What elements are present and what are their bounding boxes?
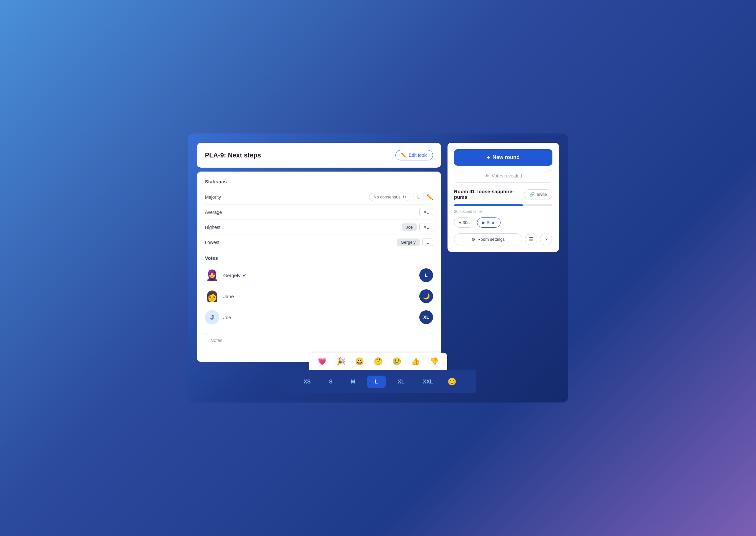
room-actions: ⚙ Room settings ☰ ›	[454, 233, 552, 245]
stat-row-average: Average XL	[205, 205, 433, 220]
right-panel: + New round 👁 Votes revealed Room ID: lo…	[448, 143, 559, 252]
plus-icon: +	[487, 154, 490, 160]
card-l[interactable]: L	[367, 376, 386, 388]
vote-row-gergely: 🧕 Gergely ✔ L	[205, 265, 433, 286]
notes-input[interactable]	[205, 333, 433, 353]
stat-row-lowest: Lowest Gergely L	[205, 235, 433, 250]
voter-name-jane: Jane	[223, 294, 234, 299]
new-round-button[interactable]: + New round	[454, 149, 552, 166]
average-label: Average	[205, 210, 222, 215]
main-panel: PLA-9: Next steps ✏️ Edit topic Statisti…	[197, 143, 441, 362]
votes-heading: Votes	[205, 255, 433, 261]
majority-vote-badge: L	[413, 193, 424, 201]
card-xxl[interactable]: XXL	[416, 376, 440, 388]
play-icon: ▶	[482, 220, 485, 225]
room-id-text: Room ID: loose-sapphire-puma	[454, 188, 524, 200]
lowest-label: Lowest	[205, 240, 219, 245]
highest-label: Highest	[205, 225, 220, 230]
emoji-card-button[interactable]: 😊	[445, 375, 459, 389]
refresh-icon: ↻	[403, 194, 406, 199]
majority-label: Majority	[205, 194, 221, 200]
chevron-right-button[interactable]: ›	[540, 233, 552, 245]
timer-bar-fill	[454, 204, 523, 206]
highest-vote-badge: XL	[419, 223, 433, 231]
voter-info-joe: J Joe	[205, 310, 231, 324]
lowest-vote-badge: L	[422, 238, 433, 246]
app-container: PLA-9: Next steps ✏️ Edit topic Statisti…	[188, 134, 568, 402]
vote-row-jane: 👩 Jane 🌙	[205, 286, 433, 307]
vote-badge-joe: XL	[419, 310, 433, 324]
eye-icon: 👁	[485, 173, 489, 179]
average-values: XL	[419, 208, 433, 216]
timer-bar	[454, 204, 552, 206]
stat-row-highest: Highest Joe XL	[205, 220, 433, 235]
emoji-thumbsdown[interactable]: 👎	[428, 356, 441, 367]
emoji-sad[interactable]: 😢	[391, 356, 403, 367]
avatar-joe: J	[205, 310, 219, 324]
emoji-bar: 💗 🎉 😀 🤔 😢 👍 👎	[309, 352, 447, 370]
timer-section: 30 second timer + 30s ▶ Start	[454, 204, 552, 228]
edit-topic-button[interactable]: ✏️ Edit topic	[395, 150, 433, 160]
start-timer-button[interactable]: ▶ Start	[477, 218, 500, 228]
add-30s-button[interactable]: + 30s	[454, 218, 474, 228]
stat-row-majority: Majority No consensus ↻ L ✏️	[205, 189, 433, 205]
vote-badge-gergely: L	[419, 268, 433, 282]
topic-title: PLA-9: Next steps	[205, 151, 261, 159]
statistics-heading: Statistics	[205, 179, 433, 184]
voter-name-joe: Joe	[223, 315, 231, 320]
card-m[interactable]: M	[344, 376, 362, 388]
emoji-smile[interactable]: 😀	[353, 356, 366, 367]
highest-person: Joe	[402, 223, 417, 231]
link-icon: 🔗	[529, 192, 535, 197]
bottom-section: 💗 🎉 😀 🤔 😢 👍 👎 XS S M L XL XXL 😊	[280, 352, 476, 393]
card-bar: XS S M L XL XXL 😊	[280, 370, 476, 393]
emoji-heart[interactable]: 💗	[316, 356, 329, 367]
avatar-jane: 👩	[205, 289, 219, 303]
voter-name-gergely: Gergely ✔	[223, 273, 246, 278]
vote-row-joe: J Joe XL	[205, 307, 433, 328]
avatar-gergely: 🧕	[205, 268, 219, 283]
votes-section: Votes 🧕 Gergely ✔ L	[205, 255, 433, 328]
right-card: + New round 👁 Votes revealed Room ID: lo…	[448, 143, 559, 252]
emoji-thinking[interactable]: 🤔	[372, 356, 385, 367]
vote-badge-jane: 🌙	[419, 289, 433, 303]
gear-icon: ⚙	[471, 237, 475, 242]
voter-info-gergely: 🧕 Gergely ✔	[205, 268, 246, 283]
emoji-thumbsup[interactable]: 👍	[409, 356, 422, 367]
timer-controls: + 30s ▶ Start	[454, 218, 552, 228]
lowest-values: Gergely L	[397, 238, 433, 246]
room-id-row: Room ID: loose-sapphire-puma 🔗 Invite	[454, 188, 552, 200]
lowest-person: Gergely	[397, 239, 420, 246]
votes-revealed-button[interactable]: 👁 Votes revealed	[454, 169, 552, 183]
stats-card: Statistics Majority No consensus ↻ L ✏️ …	[197, 172, 441, 362]
voter-info-jane: 👩 Jane	[205, 289, 234, 303]
edit-icon-majority: ✏️	[426, 194, 433, 200]
chevron-right-icon: ›	[545, 236, 547, 242]
card-s[interactable]: S	[322, 376, 339, 388]
highest-values: Joe XL	[402, 223, 433, 231]
room-settings-button[interactable]: ⚙ Room settings	[454, 233, 522, 245]
list-icon-button[interactable]: ☰	[525, 233, 537, 245]
no-consensus-badge: No consensus ↻	[369, 193, 410, 201]
invite-button[interactable]: 🔗 Invite	[524, 189, 552, 199]
edit-icon: ✏️	[401, 152, 406, 158]
majority-values: No consensus ↻ L ✏️	[369, 193, 433, 201]
no-consensus-text: No consensus	[373, 194, 400, 199]
verified-icon-gergely: ✔	[243, 273, 246, 278]
card-xl[interactable]: XL	[391, 376, 411, 388]
timer-label: 30 second timer	[454, 209, 482, 214]
list-icon: ☰	[529, 236, 533, 242]
average-vote-badge: XL	[419, 208, 433, 216]
topic-card: PLA-9: Next steps ✏️ Edit topic	[197, 143, 441, 168]
card-xs[interactable]: XS	[297, 376, 317, 388]
emoji-party[interactable]: 🎉	[334, 356, 347, 367]
